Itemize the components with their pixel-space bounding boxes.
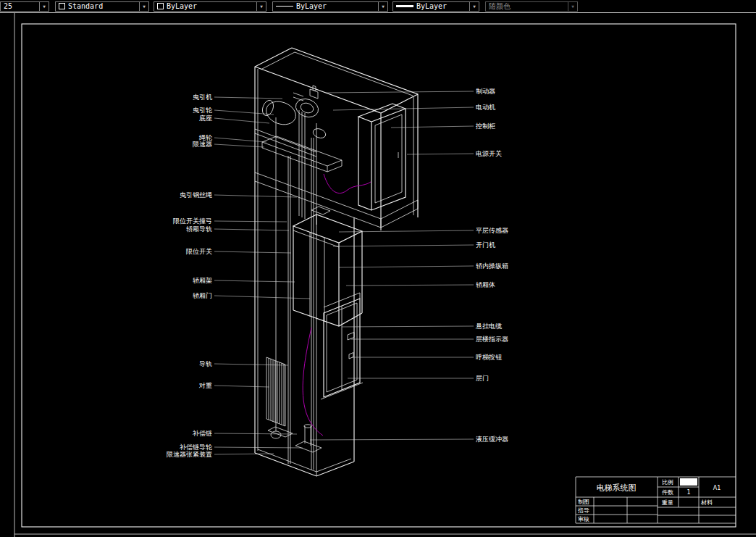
label-limit-switch-cam: 限位开关撞弓 xyxy=(173,217,212,225)
label-traction-machine: 曳引机 xyxy=(193,93,212,101)
chevron-down-icon[interactable]: ▼ xyxy=(469,2,479,11)
plotstyle-combo: 随颜色 ▼ xyxy=(485,1,578,12)
titleblock-weight-label: 重量 xyxy=(661,499,673,506)
label-compensation-chain-pulley: 补偿链导轮 xyxy=(179,444,212,451)
drawing-frame xyxy=(22,24,736,527)
title-block: 电梯系统图 比例 件数 1 重量 材料 A1 制图 指导 审核 xyxy=(576,477,736,523)
label-power-switch: 电源开关 xyxy=(476,150,502,157)
chevron-down-icon[interactable]: ▼ xyxy=(139,2,148,11)
scale-combo-value: 25 xyxy=(4,2,39,10)
text-style-combo-value: Standard xyxy=(68,2,139,10)
titleblock-qty-value: 1 xyxy=(686,489,690,496)
label-car-guide-rail: 轿厢导轨 xyxy=(186,225,212,233)
color-swatch-icon xyxy=(157,3,164,9)
label-car-body: 轿厢体 xyxy=(476,281,495,288)
label-compensation-chain: 补偿链 xyxy=(192,430,212,437)
titleblock-scale-label: 比例 xyxy=(662,479,673,486)
lineweight-combo[interactable]: ByLayer ▼ xyxy=(392,1,479,12)
label-door-operator: 开门机 xyxy=(476,241,495,249)
label-limit-switch: 限位开关 xyxy=(186,248,212,255)
properties-toolbar: 25 ▼ Standard ▼ ByLayer ▼ ByLayer ▼ ByLa… xyxy=(0,0,756,13)
lineweight-icon xyxy=(396,5,413,7)
titleblock-check-label: 审核 xyxy=(578,516,589,523)
chevron-down-icon[interactable]: ▼ xyxy=(378,2,387,11)
label-machine-base: 底座 xyxy=(199,115,212,122)
label-motor: 电动机 xyxy=(476,104,495,111)
label-landing-door: 层门 xyxy=(476,375,489,382)
titleblock-title: 电梯系统图 xyxy=(597,483,637,493)
scale-combo[interactable]: 25 ▼ xyxy=(0,1,49,12)
chevron-down-icon: ▼ xyxy=(568,2,577,11)
label-guide-rail: 导轨 xyxy=(199,360,212,367)
linetype-combo[interactable]: ByLayer ▼ xyxy=(272,1,388,12)
elevator-drawing xyxy=(255,48,418,476)
titleblock-sheet-size: A1 xyxy=(713,485,721,491)
color-combo[interactable]: ByLayer ▼ xyxy=(154,1,266,12)
window-border xyxy=(14,13,756,537)
cad-window: 25 ▼ Standard ▼ ByLayer ▼ ByLayer ▼ ByLa… xyxy=(0,0,756,537)
lineweight-combo-value: ByLayer xyxy=(416,2,469,10)
titleblock-drawn-label: 制图 xyxy=(578,499,589,505)
label-hanging-cable: 悬挂电缆 xyxy=(475,322,502,330)
label-car-frame: 轿厢架 xyxy=(193,277,212,284)
linetype-combo-value: ByLayer xyxy=(296,2,378,10)
titleblock-guide-label: 指导 xyxy=(577,507,589,514)
label-governor-tension-device: 限速器张紧装置 xyxy=(167,451,212,458)
label-hall-button: 呼梯按钮 xyxy=(476,354,502,361)
callout-labels-right: 制动器 电动机 控制柜 电源开关 平层传感器 开门机 轿内操纵箱 轿厢体 悬挂电… xyxy=(475,88,508,443)
titleblock-material-label: 材料 xyxy=(700,499,713,506)
label-floor-indicator: 层楼指示器 xyxy=(476,336,508,343)
leader-lines xyxy=(214,91,474,454)
color-combo-value: ByLayer xyxy=(167,2,256,10)
label-hoist-rope: 曳引钢丝绳 xyxy=(180,191,212,199)
linetype-icon xyxy=(276,6,293,7)
label-counterweight: 对重 xyxy=(198,382,212,389)
style-icon xyxy=(59,3,65,9)
label-governor: 限速器 xyxy=(193,141,212,148)
scale-value-cell xyxy=(680,478,697,486)
text-style-combo[interactable]: Standard ▼ xyxy=(55,1,149,12)
label-leveling-sensor: 平层传感器 xyxy=(476,227,508,234)
label-hydraulic-buffer: 液压缓冲器 xyxy=(476,436,508,443)
chevron-down-icon[interactable]: ▼ xyxy=(256,2,266,11)
drawing-canvas[interactable]: 曳引机 曳引轮 底座 绳轮 限速器 曳引钢丝绳 限位开关撞弓 轿厢导轨 限位开关… xyxy=(0,0,756,537)
plotstyle-combo-value: 随颜色 xyxy=(489,1,568,12)
titleblock-qty-label: 件数 xyxy=(662,489,673,496)
label-car-operating-panel: 轿内操纵箱 xyxy=(476,262,508,270)
chevron-down-icon[interactable]: ▼ xyxy=(39,2,49,11)
callout-labels-left: 曳引机 曳引轮 底座 绳轮 限速器 曳引钢丝绳 限位开关撞弓 轿厢导轨 限位开关… xyxy=(167,93,212,458)
label-car-door: 轿厢门 xyxy=(193,292,212,299)
label-traction-sheave: 曳引轮 xyxy=(193,107,212,114)
label-brake: 制动器 xyxy=(476,88,495,95)
label-control-cabinet: 控制柜 xyxy=(475,122,495,130)
